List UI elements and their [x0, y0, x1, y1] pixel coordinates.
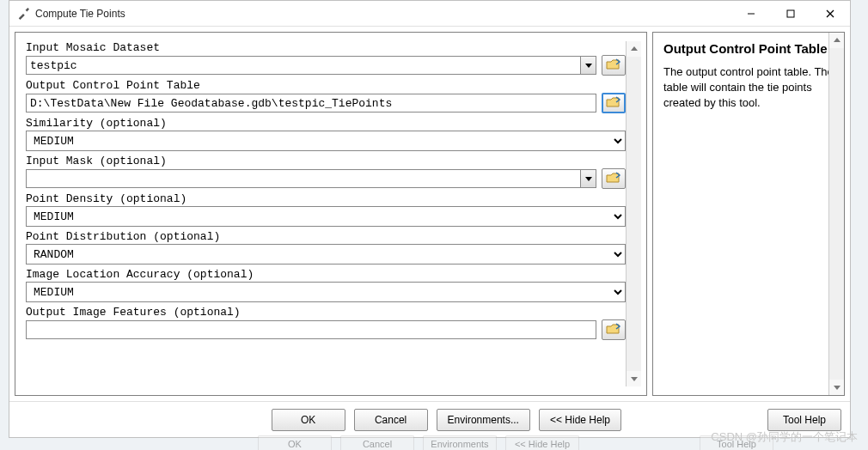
- field-location-accuracy: Image Location Accuracy (optional) MEDIU…: [26, 268, 626, 302]
- label-input-mask: Input Mask (optional): [26, 155, 626, 167]
- point-density-select[interactable]: MEDIUM: [26, 206, 626, 227]
- dialog-window: Compute Tie Points Input Mosaic Dataset: [9, 0, 851, 438]
- environments-button[interactable]: Environments...: [437, 409, 530, 431]
- hide-help-button[interactable]: << Hide Help: [539, 409, 621, 431]
- tool-help-button[interactable]: Tool Help: [767, 409, 841, 431]
- field-output-features: Output Image Features (optional): [26, 306, 626, 340]
- input-mosaic-value: testpic: [27, 59, 580, 72]
- svg-rect-1: [787, 10, 794, 17]
- svg-marker-4: [585, 64, 592, 68]
- field-similarity: Similarity (optional) MEDIUM: [26, 117, 626, 151]
- close-button[interactable]: [810, 1, 850, 27]
- svg-marker-6: [631, 46, 638, 51]
- ok-button[interactable]: OK: [272, 409, 345, 431]
- field-input-mosaic: Input Mosaic Dataset testpic: [26, 41, 626, 76]
- point-distribution-select[interactable]: RANDOM: [26, 244, 626, 265]
- input-mask-dropdown[interactable]: [26, 169, 596, 188]
- svg-marker-5: [585, 177, 592, 181]
- help-body: The output control point table. The tabl…: [663, 64, 834, 386]
- cancel-button[interactable]: Cancel: [354, 409, 428, 431]
- window-controls: [731, 1, 850, 27]
- label-similarity: Similarity (optional): [26, 117, 626, 130]
- label-location-accuracy: Image Location Accuracy (optional): [26, 268, 626, 281]
- label-output-table: Output Control Point Table: [26, 79, 626, 92]
- label-point-distribution: Point Distribution (optional): [26, 230, 626, 243]
- label-point-density: Point Density (optional): [26, 192, 626, 205]
- params-scrollbar[interactable]: [626, 41, 641, 386]
- help-panel: Output Control Point Table The output co…: [652, 32, 845, 396]
- field-output-table: Output Control Point Table: [26, 79, 626, 113]
- help-scrollbar[interactable]: [828, 33, 844, 395]
- input-mosaic-dropdown[interactable]: testpic: [26, 56, 596, 75]
- field-point-density: Point Density (optional) MEDIUM: [26, 192, 626, 227]
- svg-marker-7: [631, 377, 638, 381]
- minimize-button[interactable]: [731, 1, 771, 27]
- parameters-panel: Input Mosaic Dataset testpic Output Cont…: [15, 32, 647, 396]
- chevron-down-icon[interactable]: [580, 170, 596, 187]
- dialog-body: Input Mosaic Dataset testpic Output Cont…: [9, 27, 850, 401]
- field-point-distribution: Point Distribution (optional) RANDOM: [26, 230, 626, 265]
- titlebar: Compute Tie Points: [9, 1, 850, 27]
- window-title: Compute Tie Points: [35, 8, 731, 20]
- similarity-select[interactable]: MEDIUM: [26, 131, 626, 151]
- browse-output-features-button[interactable]: [602, 319, 626, 340]
- label-output-features: Output Image Features (optional): [26, 306, 626, 319]
- svg-marker-8: [834, 38, 840, 42]
- scroll-down-icon[interactable]: [829, 380, 844, 395]
- chevron-down-icon[interactable]: [580, 57, 596, 74]
- hammer-icon: [16, 7, 30, 21]
- maximize-button[interactable]: [771, 1, 810, 27]
- browse-mosaic-button[interactable]: [602, 55, 626, 76]
- label-input-mosaic: Input Mosaic Dataset: [26, 41, 626, 54]
- location-accuracy-select[interactable]: MEDIUM: [26, 282, 626, 302]
- scroll-up-icon[interactable]: [829, 33, 844, 48]
- scroll-down-icon[interactable]: [627, 371, 641, 386]
- help-title: Output Control Point Table: [663, 41, 834, 56]
- form-area: Input Mosaic Dataset testpic Output Cont…: [26, 41, 626, 386]
- output-table-input[interactable]: [26, 94, 596, 112]
- output-features-input[interactable]: [26, 320, 596, 339]
- browse-output-table-button[interactable]: [602, 93, 626, 113]
- field-input-mask: Input Mask (optional): [26, 155, 626, 189]
- button-row: OK Cancel Environments... << Hide Help T…: [9, 401, 850, 437]
- scroll-up-icon[interactable]: [627, 41, 641, 57]
- browse-mask-button[interactable]: [602, 168, 626, 189]
- svg-marker-9: [834, 386, 840, 390]
